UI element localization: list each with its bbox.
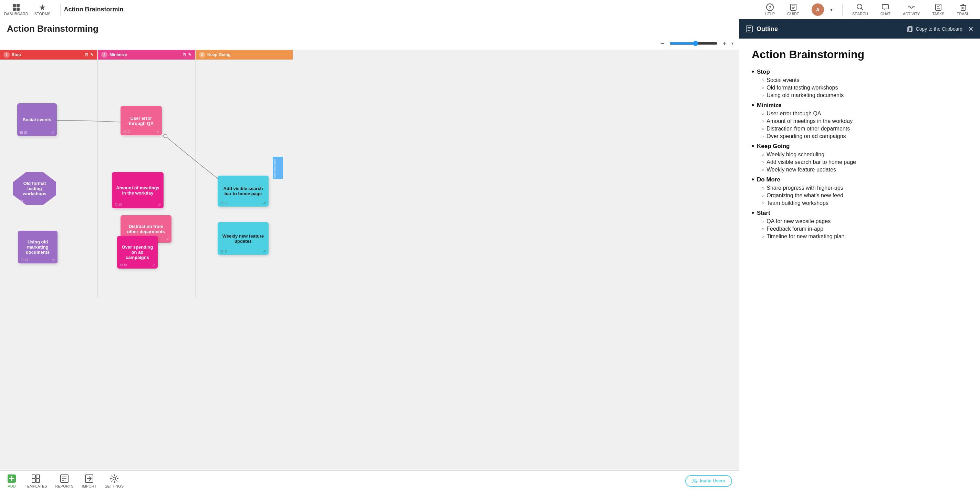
invite-icon	[692, 478, 698, 484]
sticky-partial-blue	[273, 157, 283, 179]
svg-point-34	[693, 479, 695, 481]
outline-header: Outline Copy to the Clipboard ✕	[739, 19, 980, 38]
help-icon: ?	[766, 3, 774, 11]
svg-rect-27	[36, 479, 40, 482]
invite-users-button[interactable]: Invite Users	[685, 475, 732, 487]
close-button[interactable]: ✕	[968, 25, 974, 33]
sticky-distraction-link: ⤢	[166, 237, 169, 241]
sticky-meetings-icons: ⊡⊡	[115, 203, 122, 207]
svg-rect-24	[32, 475, 35, 478]
outline-title: Outline	[757, 25, 907, 33]
outline-item: Add visible search bar to home page	[761, 159, 967, 165]
avatar[interactable]: A	[811, 3, 824, 16]
nav-dashboard[interactable]: DASHBOARD	[4, 3, 28, 16]
nav-activity[interactable]: ACTIVITY	[903, 3, 920, 16]
nav-trash[interactable]: TRASH	[957, 3, 970, 16]
avatar-chevron[interactable]: ▾	[830, 7, 833, 13]
nav-chat[interactable]: CHAT	[880, 3, 891, 16]
sticky-social-events-icons: ⊡⊡	[20, 130, 27, 134]
outline-icon	[746, 25, 753, 33]
board-inner: 1 Stop ⊡ ✎ 2 Minimize	[0, 50, 293, 308]
guide-icon	[789, 3, 797, 11]
sticky-add-search-text: Add visible search bar to home page	[222, 186, 264, 196]
bottom-reports[interactable]: REPORTS	[56, 474, 74, 488]
nav-search[interactable]: SEARCH	[852, 3, 868, 16]
svg-rect-15	[961, 5, 965, 10]
copy-clipboard-button[interactable]: Copy to the Clipboard	[907, 26, 963, 32]
zoom-dropdown[interactable]: ▾	[731, 41, 733, 46]
outline-item: Weekly blog scheduling	[761, 151, 967, 158]
outline-sub-start: QA for new website pages Feedback forum …	[761, 218, 967, 240]
board[interactable]: 1 Stop ⊡ ✎ 2 Minimize	[0, 50, 739, 470]
nav-guide[interactable]: GUIDE	[787, 3, 799, 16]
col-stop-edit[interactable]: ✎	[90, 52, 94, 57]
invite-label: Invite Users	[700, 478, 725, 483]
col-minimize-num: 2	[101, 52, 107, 58]
col-keep-label: Keep Going	[207, 52, 231, 57]
bottom-templates[interactable]: TEMPLATES	[25, 474, 47, 488]
copy-label: Copy to the Clipboard	[916, 26, 963, 32]
top-nav: DASHBOARD STORMS Action Brainstormin ? H…	[0, 0, 980, 19]
outline-item: QA for new website pages	[761, 218, 967, 224]
sticky-meetings[interactable]: Amount of meetings in the workday ⊡⊡ ⤢	[112, 172, 164, 208]
search-icon	[856, 3, 864, 11]
bottom-import[interactable]: IMPORT	[82, 474, 97, 488]
col-minimize-edit[interactable]: ✎	[188, 52, 191, 57]
svg-rect-25	[36, 475, 40, 478]
sticky-social-events-text: Social events	[23, 117, 51, 122]
nav-help[interactable]: ? HELP	[765, 3, 775, 16]
zoom-slider[interactable]	[670, 41, 718, 46]
canvas-area: Action Brainstorming − + ▾ 1 Stop ⊡	[0, 19, 739, 491]
outline-item: Distraction from other deparments	[761, 126, 967, 132]
outline-item: Social events	[761, 77, 967, 83]
sticky-weekly-feature-link: ⤢	[263, 249, 266, 253]
sticky-overspending[interactable]: Over spending on ad campaigns ⊡⊡ ⤢	[117, 236, 158, 269]
tasks-label: TASKS	[932, 12, 944, 16]
svg-rect-26	[32, 479, 35, 482]
reports-icon	[60, 474, 69, 483]
sticky-old-marketing[interactable]: Using old marketing documents ⊡⊡ ⤢	[18, 231, 57, 264]
templates-label: TEMPLATES	[25, 484, 47, 488]
bottom-settings[interactable]: SETTINGS	[105, 474, 124, 488]
col-keep-num: 3	[199, 52, 205, 58]
svg-text:?: ?	[768, 5, 771, 10]
col-stop-num: 1	[3, 52, 10, 58]
col-minimize-collapse[interactable]: ⊡	[183, 52, 186, 57]
sticky-user-error[interactable]: User error through QA ⊡⊡ ⤢	[121, 106, 162, 135]
outline-item: Timeline for new marketing plan	[761, 234, 967, 240]
sticky-social-events[interactable]: Social events ⊡⊡ ⤢	[17, 103, 57, 136]
outline-category-stop: Stop	[752, 68, 967, 76]
sticky-overspending-link: ⤢	[152, 263, 155, 267]
column-minimize-header: 2 Minimize ⊡ ✎	[98, 50, 195, 60]
sticky-old-format[interactable]: Old format testing workshops ⊡⊡	[13, 172, 56, 205]
svg-point-10	[857, 4, 862, 9]
outline-panel: Outline Copy to the Clipboard ✕ Action B…	[739, 19, 980, 491]
settings-icon	[110, 474, 119, 483]
help-label: HELP	[765, 12, 775, 16]
nav-storms[interactable]: STORMS	[35, 3, 51, 16]
nav-tasks[interactable]: TASKS	[932, 3, 944, 16]
sticky-old-format-text: Old format testing workshops	[17, 181, 52, 196]
import-icon	[84, 474, 94, 483]
outline-section-keep: Keep Going Weekly blog scheduling Add vi…	[752, 142, 967, 173]
column-stop-header: 1 Stop ⊡ ✎	[0, 50, 97, 60]
zoom-out-button[interactable]: −	[659, 39, 667, 48]
col-stop-actions: ⊡ ✎	[85, 52, 94, 57]
svg-rect-2	[13, 8, 16, 11]
outline-section-domore: Do More Share progress with higher-ups O…	[752, 176, 967, 206]
outline-item: Share progress with higher-ups	[761, 185, 967, 191]
col-stop-collapse[interactable]: ⊡	[85, 52, 88, 57]
bottom-add[interactable]: ADD	[7, 474, 16, 488]
outline-sub-domore: Share progress with higher-ups Organizin…	[761, 185, 967, 206]
outline-item: Over spending on ad campaigns	[761, 133, 967, 140]
outline-item: Weekly new feature updates	[761, 167, 967, 173]
svg-rect-12	[882, 5, 888, 9]
outline-sub-stop: Social events Old format testing worksho…	[761, 77, 967, 99]
sticky-add-search[interactable]: Add visible search bar to home page ⊡⊡ ⤢	[218, 176, 269, 207]
sticky-weekly-feature[interactable]: Weekly new feature updates ⊡⊡ ⤢	[218, 222, 269, 255]
column-keep-header: 3 Keep Going	[196, 50, 293, 60]
nav-title: Action Brainstormin	[64, 6, 124, 13]
svg-rect-1	[16, 4, 20, 7]
zoom-in-button[interactable]: +	[721, 39, 729, 48]
storms-icon	[38, 3, 46, 11]
